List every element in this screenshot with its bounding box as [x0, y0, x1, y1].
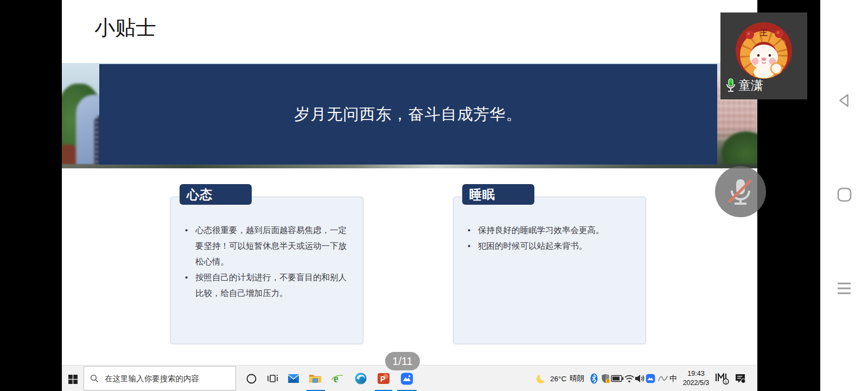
bullet-item: 保持良好的睡眠学习效率会更高。: [467, 222, 637, 238]
task-view-button[interactable]: [266, 372, 279, 385]
wifi-icon: [624, 374, 635, 383]
banner-quote: 岁月无问西东，奋斗自成芳华。: [295, 104, 522, 125]
mindset-bullet-list: 心态很重要，越到后面越容易焦虑，一定要坚持！可以短暂休息半天或运动一下放松心情。…: [171, 197, 363, 301]
svg-text:1: 1: [725, 380, 727, 384]
slide-title: 小贴士: [94, 14, 156, 42]
tencent-meeting-icon: [646, 374, 655, 383]
photo-bottom-strip: [62, 164, 757, 168]
mic-muted-icon: [725, 176, 756, 207]
participant-name-row: 童潇: [725, 77, 763, 94]
svg-text:P: P: [380, 375, 385, 383]
tencent-meeting-button[interactable]: [400, 372, 413, 385]
participant-video-tile[interactable]: 王 童潇: [720, 12, 807, 99]
nav-back-button[interactable]: [820, 84, 868, 117]
start-button[interactable]: [68, 375, 78, 384]
card-title-sleep: 睡眠: [462, 184, 534, 205]
search-input[interactable]: [104, 374, 225, 383]
file-explorer-icon: [309, 372, 322, 385]
task-view-icon: [266, 372, 279, 385]
handwriting-ime-icon[interactable]: 1: [715, 372, 730, 385]
ink-tray-icon[interactable]: [658, 374, 668, 383]
windows-logo-icon: [68, 375, 78, 384]
taskbar-search-box[interactable]: [84, 366, 236, 390]
card-sleep: 保持良好的睡眠学习效率会更高。 犯困的时候可以站起来背书。: [453, 197, 646, 344]
screen: 小贴士 岁月无问西东，奋斗自成芳华。 心态 心态很重要，越到后面越容易焦虑，一定…: [0, 0, 868, 391]
android-nav-bar: [820, 0, 868, 391]
back-triangle-icon: [834, 90, 854, 111]
security-tray-icon[interactable]: [600, 373, 611, 384]
mic-on-icon: [725, 78, 737, 93]
bullet-item: 按照自己的计划进行，不要盲目的和别人比较，给自己增加压力。: [184, 269, 354, 301]
tray-time: 19:43: [679, 369, 713, 379]
pen-squiggle-icon: [658, 374, 668, 383]
slide-banner: 岁月无问西东，奋斗自成芳华。: [99, 64, 717, 165]
letterbox-left: [0, 0, 62, 391]
card-mindset: 心态很重要，越到后面越容易焦虑，一定要坚持！可以短暂休息半天或运动一下放松心情。…: [170, 197, 363, 344]
mic-muted-button[interactable]: [715, 166, 766, 217]
mail-app-button[interactable]: [287, 372, 300, 385]
recents-hamburger-icon: [837, 282, 851, 295]
bluetooth-icon: [590, 373, 598, 384]
home-square-icon: [837, 187, 852, 202]
card-title-mindset: 心态: [180, 184, 252, 205]
moon-icon: [536, 373, 547, 384]
cortana-icon: [246, 374, 257, 384]
edge-button[interactable]: [354, 372, 367, 385]
bullet-item: 心态很重要，越到后面越容易焦虑，一定要坚持！可以短暂休息半天或运动一下放松心情。: [184, 222, 354, 269]
weather-moon-icon[interactable]: [536, 373, 547, 384]
mail-icon: [287, 372, 300, 385]
edge-icon: [354, 372, 367, 385]
svg-text:e: e: [334, 373, 339, 384]
tray-clock[interactable]: 19:43 2022/5/3: [679, 369, 713, 388]
battery-icon: [611, 375, 624, 382]
tray-weather[interactable]: 晴朗: [570, 365, 584, 391]
tray-date: 2022/5/3: [679, 379, 713, 388]
sleep-bullet-list: 保持良好的睡眠学习效率会更高。 犯困的时候可以站起来背书。: [454, 197, 646, 254]
internet-explorer-button[interactable]: e: [331, 372, 344, 385]
powerpoint-button[interactable]: P: [377, 372, 390, 385]
ime-pen-icon: 1: [715, 372, 730, 385]
ime-indicator[interactable]: 中: [669, 365, 678, 391]
bullet-item: 犯困的时候可以站起来背书。: [467, 238, 637, 254]
page-indicator: 1/11: [385, 352, 420, 370]
avatar: 王: [736, 22, 792, 79]
search-icon: [90, 374, 99, 383]
nav-home-button[interactable]: [820, 178, 868, 211]
shield-icon: [600, 373, 611, 384]
volume-tray-icon[interactable]: [635, 373, 646, 384]
nav-recents-button[interactable]: [820, 272, 868, 305]
tray-temperature[interactable]: 26°C: [550, 365, 566, 391]
file-explorer-button[interactable]: [309, 372, 322, 385]
internet-explorer-icon: e: [331, 372, 344, 385]
meeting-tray-icon[interactable]: [646, 374, 655, 383]
cortana-button[interactable]: [245, 372, 258, 385]
participant-name: 童潇: [738, 77, 763, 94]
svg-text:王: 王: [760, 28, 768, 37]
action-center-button[interactable]: [735, 373, 746, 384]
wifi-tray-icon[interactable]: [624, 373, 635, 384]
speaker-icon: [635, 374, 646, 383]
powerpoint-icon: P: [377, 372, 390, 385]
tencent-meeting-icon: [400, 372, 413, 386]
action-center-icon: [735, 373, 746, 384]
bluetooth-tray-icon[interactable]: [589, 373, 599, 384]
battery-tray-icon[interactable]: [611, 375, 624, 382]
